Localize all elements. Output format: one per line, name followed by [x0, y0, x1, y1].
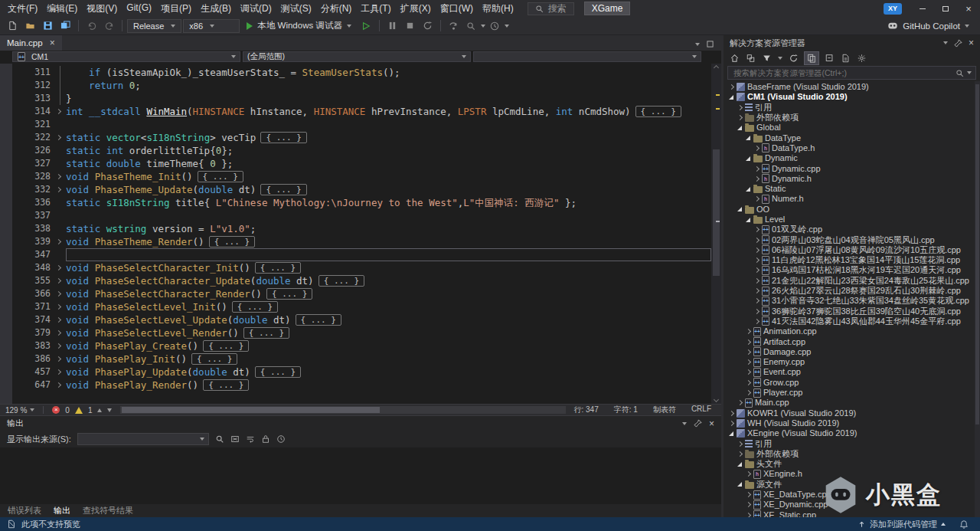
code-line-348[interactable]: 348void PhaseSelectCharacter_Init(){ ...… — [0, 261, 711, 274]
zoom-dropdown[interactable]: 129 % — [5, 406, 34, 415]
chevron-down-icon[interactable] — [967, 71, 972, 74]
tree-item[interactable]: ++Enemy.cpp — [724, 357, 980, 367]
tab-main-cpp[interactable]: Main.cpp × — [0, 35, 62, 51]
code-line-312[interactable]: 312 return 0; — [0, 79, 711, 92]
tree-item[interactable]: KOWR1 (Visual Studio 2019) — [724, 408, 980, 418]
pin-icon[interactable] — [954, 39, 962, 48]
menu-item[interactable]: 分析(N) — [316, 0, 357, 18]
code-line-326[interactable]: 326static int orderlittleTip{0}; — [0, 144, 711, 157]
code-line-322[interactable]: 322static vector<sI18nString> vecTip{ ..… — [0, 131, 711, 144]
sync-with-active-document-button[interactable] — [805, 52, 818, 64]
menu-item[interactable]: 项目(P) — [156, 0, 196, 18]
expanded-arrow-icon[interactable] — [735, 462, 744, 467]
collapsed-arrow-icon[interactable] — [752, 268, 761, 272]
menu-item[interactable]: 窗口(W) — [436, 0, 478, 18]
tree-item[interactable]: 外部依赖项 — [724, 449, 980, 459]
home-icon[interactable] — [730, 54, 740, 63]
chevron-down-icon[interactable] — [505, 25, 509, 28]
collapsed-code-box[interactable]: { ... } — [318, 275, 364, 287]
tree-item[interactable]: hDynamic.h — [724, 174, 980, 184]
solution-explorer-header[interactable]: 解决方案资源管理器 × — [724, 35, 980, 51]
menu-item[interactable]: Git(G) — [122, 0, 156, 18]
tree-item[interactable]: DataType — [724, 133, 980, 143]
code-line-321[interactable]: 321 — [0, 118, 711, 131]
collapsed-region-icon[interactable] — [51, 131, 66, 144]
find-in-files-button[interactable] — [463, 18, 479, 34]
tree-item[interactable]: Level — [724, 215, 980, 225]
switch-views-icon[interactable] — [746, 54, 756, 63]
tree-item[interactable]: WH (Visual Studio 2019) — [724, 418, 980, 428]
collapsed-arrow-icon[interactable] — [727, 411, 736, 415]
tree-item[interactable]: 引用 — [724, 103, 980, 113]
scroll-down-icon[interactable] — [714, 397, 719, 402]
editor-horizontal-scrollbar[interactable] — [120, 406, 565, 414]
menu-item[interactable]: 扩展(X) — [396, 0, 436, 18]
window-position-icon[interactable] — [682, 422, 687, 425]
tree-item[interactable]: 头文件 — [724, 459, 980, 469]
tree-item[interactable]: ++06福陵山07浮屠山08黄风岭09流沙河10五庄观.cpp — [724, 245, 980, 255]
title-search-box[interactable]: 搜索 — [528, 2, 574, 15]
avatar[interactable]: XY — [884, 3, 902, 15]
code-line-314[interactable]: 314int __stdcall WinMain(HINSTANCE hInst… — [0, 105, 711, 118]
tree-item[interactable]: ++21金兜山22解阳山23西梁女国24毒敌山25花果山.cpp — [724, 276, 980, 286]
next-issue-icon[interactable] — [107, 408, 112, 412]
collapsed-arrow-icon[interactable] — [752, 228, 761, 231]
word-wrap-icon[interactable] — [246, 434, 255, 444]
expanded-arrow-icon[interactable] — [743, 156, 753, 161]
collapsed-region-icon[interactable] — [51, 235, 66, 248]
code-line-457[interactable]: 457void PhasePlay_Update(double dt){ ...… — [0, 365, 711, 379]
collapsed-code-box[interactable]: { ... } — [266, 288, 312, 300]
collapsed-region-icon[interactable] — [51, 300, 66, 313]
collapsed-arrow-icon[interactable] — [752, 167, 761, 171]
tree-item[interactable]: ++Player.cpp — [724, 388, 980, 398]
menu-item[interactable]: 工具(T) — [356, 0, 395, 18]
tree-item[interactable]: ++Artifact.cpp — [724, 336, 980, 346]
code-line-355[interactable]: 355void PhaseSelectCharacter_Update(doub… — [0, 274, 711, 287]
code-line-338[interactable]: 338static wstring version = L"v1.0"; — [0, 222, 711, 235]
collapsed-region-icon[interactable] — [51, 326, 66, 339]
collapsed-region-icon[interactable] — [51, 261, 66, 274]
code-line-339[interactable]: 339void PhaseTheme_Render(){ ... } — [0, 235, 711, 248]
maximize-button[interactable] — [934, 0, 957, 17]
expanded-arrow-icon[interactable] — [735, 126, 744, 130]
close-icon[interactable]: × — [50, 38, 55, 48]
code-line-328[interactable]: 328void PhaseTheme_Init(){ ... } — [0, 170, 711, 183]
menu-item[interactable]: 调试(D) — [236, 0, 276, 18]
code-line-313[interactable]: 313} — [0, 92, 711, 105]
collapsed-code-box[interactable]: { ... } — [296, 314, 341, 326]
restart-button[interactable] — [420, 18, 436, 34]
tree-item[interactable]: CM1 (Visual Studio 2019) — [724, 92, 980, 102]
notifications-bell-icon[interactable] — [959, 520, 969, 529]
collapsed-region-icon[interactable] — [51, 352, 66, 365]
collapsed-code-box[interactable]: { ... } — [232, 301, 278, 313]
configuration-dropdown[interactable]: Release — [127, 19, 181, 33]
collapsed-region-icon[interactable] — [51, 105, 66, 118]
collapsed-arrow-icon[interactable] — [743, 381, 753, 385]
collapsed-code-box[interactable]: { ... } — [260, 132, 306, 143]
collapsed-arrow-icon[interactable] — [752, 258, 761, 262]
scope-dropdown[interactable]: (全局范围) — [243, 51, 471, 62]
member-dropdown[interactable] — [473, 51, 701, 62]
tree-item[interactable]: ++31小雷音寺32七绝山33朱紫国34盘丝岭35黄花观.cpp — [724, 296, 980, 306]
tree-item[interactable]: ++Damage.cpp — [724, 347, 980, 357]
collapsed-region-icon[interactable] — [51, 365, 66, 379]
expanded-arrow-icon[interactable] — [743, 218, 753, 222]
collapsed-region-icon[interactable] — [51, 287, 66, 300]
collapsed-code-box[interactable]: { ... } — [260, 184, 306, 195]
collapsed-arrow-icon[interactable] — [743, 513, 753, 517]
save-all-button[interactable] — [57, 18, 74, 34]
collapsed-region-icon[interactable] — [51, 379, 66, 392]
panel-tab[interactable]: 输出 — [54, 505, 70, 516]
collapsed-arrow-icon[interactable] — [752, 279, 761, 283]
tree-item[interactable]: XEngine (Visual Studio 2019) — [724, 428, 980, 438]
find-message-icon[interactable] — [215, 434, 224, 444]
tree-item[interactable]: ++Event.cpp — [724, 367, 980, 377]
tree-item[interactable]: hNumer.h — [724, 194, 980, 204]
solution-explorer-scrollbar[interactable] — [975, 81, 980, 517]
editor-vertical-scrollbar[interactable] — [711, 64, 721, 404]
chevron-down-icon[interactable] — [778, 57, 782, 60]
panel-tab[interactable]: 错误列表 — [8, 505, 41, 516]
expanded-arrow-icon[interactable] — [727, 431, 736, 436]
code-line-337[interactable]: 337 — [0, 209, 711, 222]
code-line-366[interactable]: 366void PhaseSelectCharacter_Render(){ .… — [0, 287, 711, 300]
